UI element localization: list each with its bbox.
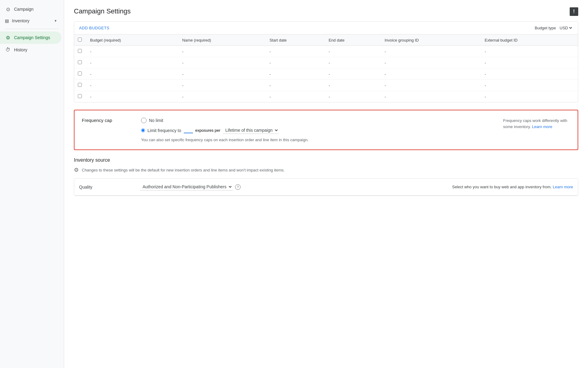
table-row: ------ (74, 80, 578, 91)
col-start-date: Start date (266, 35, 325, 46)
sidebar-item-inventory[interactable]: ▤ Inventory ▾ (0, 15, 61, 26)
quality-label: Quality (79, 185, 140, 190)
alert-icon-wrap: ! (570, 7, 578, 16)
no-limit-row: No limit (141, 118, 496, 123)
inventory-source-section: Inventory source ⚙ Changes to these sett… (74, 157, 578, 196)
table-cell: - (381, 46, 481, 57)
table-cell: - (481, 46, 578, 57)
select-all-header (74, 35, 86, 46)
sidebar-item-campaign-settings[interactable]: ⚙ Campaign Settings (0, 31, 61, 44)
exposures-label: exposures per (195, 128, 220, 133)
main-content: Campaign Settings ! ADD BUDGETS Budget t… (64, 0, 588, 368)
row-checkbox[interactable] (78, 83, 82, 87)
frequency-learn-more-link[interactable]: Learn more (532, 124, 552, 129)
sidebar-item-campaign[interactable]: ⊙ Campaign (0, 3, 61, 15)
quality-row: Quality Authorized and Non-Participating… (74, 178, 578, 196)
table-row: ------ (74, 46, 578, 57)
table-header-row: Budget (required) Name (required) Start … (74, 35, 578, 46)
gear-icon: ⚙ (74, 167, 79, 173)
row-checkbox[interactable] (78, 60, 82, 64)
page-title: Campaign Settings (74, 7, 578, 15)
limit-frequency-label[interactable]: Limit frequency to (147, 128, 181, 133)
limit-frequency-row: Limit frequency to exposures per Lifetim… (141, 127, 496, 134)
quality-description: Select who you want to buy web and app i… (452, 184, 573, 190)
settings-notice: ⚙ Changes to these settings will be the … (74, 167, 578, 173)
table-cell: - (325, 80, 381, 91)
table-cell: - (179, 46, 266, 57)
budget-type-select[interactable]: USD (558, 25, 573, 31)
frequency-limit-input[interactable] (184, 128, 193, 133)
select-all-checkbox[interactable] (78, 38, 82, 42)
budget-type-wrap: Budget type USD (535, 25, 573, 31)
table-cell: - (481, 91, 578, 102)
table-cell: - (179, 91, 266, 102)
budgets-table: Budget (required) Name (required) Start … (74, 34, 578, 102)
frequency-cap-aside: Frequency caps work differently with som… (503, 118, 570, 142)
help-icon[interactable]: ? (235, 184, 241, 190)
table-cell: - (266, 46, 325, 57)
sidebar-item-label: History (14, 47, 56, 53)
settings-icon: ⚙ (5, 35, 11, 41)
table-cell: - (266, 91, 325, 102)
col-end-date: End date (325, 35, 381, 46)
frequency-cap-label: Frequency cap (82, 118, 134, 142)
frequency-cap-section: Frequency cap No limit Limit frequency t… (74, 110, 578, 150)
sidebar-divider (5, 29, 59, 29)
campaign-icon: ⊙ (5, 6, 11, 12)
table-cell: - (86, 80, 179, 91)
table-row: ------ (74, 68, 578, 80)
sidebar-item-history[interactable]: ⏱ History (0, 44, 61, 56)
table-cell: - (481, 80, 578, 91)
quality-learn-more-link[interactable]: Learn more (553, 185, 573, 189)
settings-notice-text: Changes to these settings will be the de… (82, 168, 285, 172)
quality-select[interactable]: Authorized and Non-Participating Publish… (140, 183, 233, 190)
no-limit-label[interactable]: No limit (149, 118, 163, 123)
table-cell: - (381, 80, 481, 91)
table-cell: - (325, 46, 381, 57)
row-checkbox[interactable] (78, 49, 82, 53)
table-cell: - (86, 57, 179, 68)
limit-frequency-radio[interactable] (141, 128, 145, 132)
table-row: ------ (74, 57, 578, 68)
frequency-period-select[interactable]: Lifetime of this campaign Day Week Month (223, 127, 279, 134)
table-cell: - (481, 57, 578, 68)
table-cell: - (266, 68, 325, 80)
table-cell: - (86, 91, 179, 102)
table-cell: - (86, 68, 179, 80)
table-cell: - (179, 57, 266, 68)
alert-icon[interactable]: ! (570, 7, 578, 16)
sidebar: ⊙ Campaign ▤ Inventory ▾ ⚙ Campaign Sett… (0, 0, 64, 368)
inventory-source-title: Inventory source (74, 157, 578, 163)
table-cell: - (325, 57, 381, 68)
chevron-down-icon: ▾ (55, 19, 56, 23)
table-cell: - (266, 57, 325, 68)
table-cell: - (86, 46, 179, 57)
table-cell: - (325, 68, 381, 80)
row-checkbox[interactable] (78, 72, 82, 75)
table-cell: - (179, 68, 266, 80)
quality-card: Quality Authorized and Non-Participating… (74, 178, 578, 196)
table-cell: - (325, 91, 381, 102)
add-budgets-button[interactable]: ADD BUDGETS (79, 26, 109, 30)
quality-select-wrap: Authorized and Non-Participating Publish… (140, 183, 452, 190)
col-budget: Budget (required) (86, 35, 179, 46)
sidebar-item-label: Campaign Settings (14, 35, 56, 40)
table-cell: - (381, 91, 481, 102)
no-limit-radio[interactable] (141, 118, 147, 123)
table-cell: - (266, 80, 325, 91)
frequency-cap-controls: No limit Limit frequency to exposures pe… (141, 118, 496, 142)
sidebar-item-label: Campaign (14, 6, 56, 12)
col-invoice-grouping: Invoice grouping ID (381, 35, 481, 46)
col-external-budget: External budget ID (481, 35, 578, 46)
table-cell: - (381, 68, 481, 80)
budget-type-label: Budget type (535, 26, 556, 30)
row-checkbox[interactable] (78, 94, 82, 98)
table-cell: - (481, 68, 578, 80)
table-cell: - (381, 57, 481, 68)
frequency-cap-note: You can also set specific frequency caps… (141, 138, 309, 142)
inventory-icon: ▤ (5, 18, 9, 23)
history-icon: ⏱ (5, 47, 11, 53)
table-row: ------ (74, 91, 578, 102)
col-name: Name (required) (179, 35, 266, 46)
budgets-section: ADD BUDGETS Budget type USD Budget (requ… (74, 21, 578, 102)
